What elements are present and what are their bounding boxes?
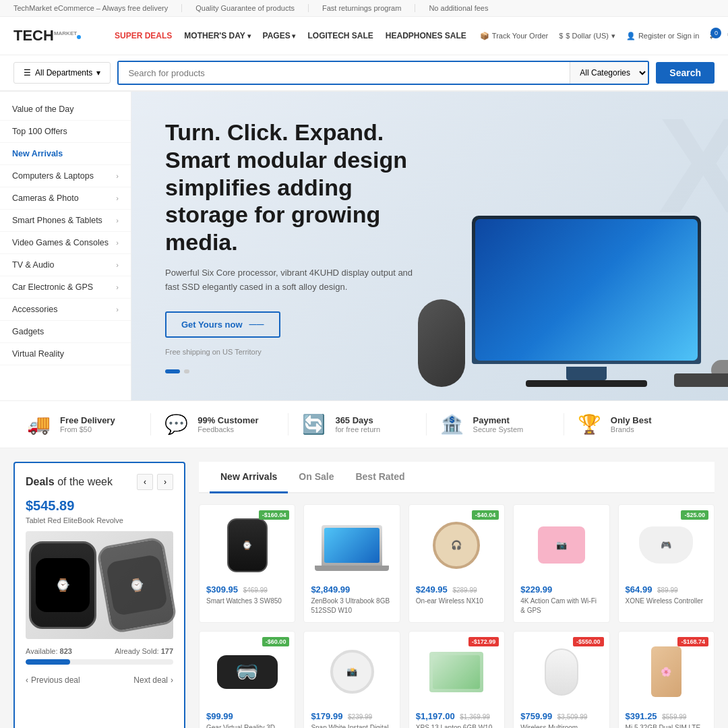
arrow-icon: ›	[116, 283, 119, 291]
sidebar-item-value[interactable]: Value of the Day	[0, 98, 131, 121]
feature-feedback-title: 99% Customer	[198, 415, 258, 425]
product-price-line: $759.99 $3,509.99	[520, 711, 602, 721]
product-old-price-4: $89.99	[657, 586, 678, 594]
topbar-item-3: No additional fees	[429, 4, 502, 12]
product-price-line: $64.99 $89.99	[626, 584, 707, 595]
sidebar-item-accessories[interactable]: Accessories ›	[0, 299, 131, 321]
sidebar-item-car[interactable]: Car Electronic & GPS ›	[0, 276, 131, 299]
arrow-icon: ›	[116, 172, 119, 180]
product-old-price-6: $239.99	[348, 713, 372, 721]
tab-new-arrivals[interactable]: New Arrivals	[210, 462, 288, 493]
deals-title-strong: Deals	[26, 476, 55, 487]
product-price-line: $2,849.99	[311, 584, 392, 595]
product-card-controller[interactable]: -$25.00 🎮 $64.99 $89.99 XONE Wireless Co…	[618, 504, 715, 623]
auth-link[interactable]: 👤 Register or Sign in	[626, 32, 700, 40]
departments-button[interactable]: ☰ All Departments ▾	[13, 62, 111, 84]
product-price-2: $249.95	[416, 584, 448, 595]
sidebar-item-computers[interactable]: Computers & Laptops ›	[0, 165, 131, 187]
sidebar-item-vr[interactable]: Virtual Reality	[0, 343, 131, 365]
next-icon: ›	[171, 675, 173, 685]
user-icon: 👤	[626, 32, 636, 40]
search-button[interactable]: Search	[656, 62, 715, 84]
deals-nav: ‹ ›	[137, 474, 173, 490]
laptop-img-shape	[322, 525, 382, 566]
sold-label: Already Sold: 177	[115, 647, 173, 655]
feedback-icon: 💬	[164, 413, 188, 435]
feature-return-title: 365 Days	[335, 415, 380, 425]
main-nav: SUPER DEALS MOTHER'S DAY PAGES LOGITECH …	[115, 31, 466, 40]
product-card-camera2[interactable]: 📸 $179.99 $239.99 Snap White Instant Dig…	[303, 631, 400, 728]
product-price-line: $391.25 $559.99	[626, 711, 707, 721]
hero-cta-button[interactable]: Get Yours now	[165, 311, 280, 338]
sidebar-item-gadgets[interactable]: Gadgets	[0, 321, 131, 343]
product-card-phone[interactable]: -$168.74 🌸 $391.25 $559.99 Mi 5 32GB Dua…	[618, 631, 715, 728]
product-card-headphones[interactable]: -$40.04 🎧 $249.95 $289.99 On-ear Wireles…	[408, 504, 505, 623]
search-input[interactable]	[119, 62, 570, 84]
feature-return-text: 365 Days for free return	[335, 415, 380, 433]
feature-feedback-sub: Feedbacks	[198, 425, 258, 433]
product-card-camera[interactable]: 📷 $229.99 4K Action Cam with Wi-Fi & GPS	[513, 504, 609, 623]
product-card-speaker[interactable]: -$550.00 $759.99 $3,509.99 Wireless Mult…	[513, 631, 609, 728]
phone-img-shape: 🌸	[651, 646, 681, 697]
sidebar-item-new-arrivals[interactable]: New Arrivals	[0, 143, 131, 165]
track-order-link[interactable]: 📦 Track Your Order	[480, 32, 548, 40]
product-img-speaker	[520, 638, 602, 706]
topbar-item-0: TechMarket eCommerce – Always free deliv…	[13, 4, 182, 12]
sidebar-item-tv[interactable]: TV & Audio ›	[0, 254, 131, 276]
arrow-icon: ›	[116, 216, 119, 224]
track-icon: 📦	[480, 32, 489, 40]
sidebar-item-top100[interactable]: Top 100 Offers	[0, 121, 131, 143]
tab-best-rated[interactable]: Best Rated	[344, 462, 415, 493]
product-card-vr[interactable]: -$60.00 🥽 $99.99 Gear Virtual Reality 3D…	[199, 631, 295, 728]
sidebar-label-accessories: Accessories	[12, 305, 57, 314]
deals-next-arrow[interactable]: ›	[157, 474, 173, 490]
hero-section: Value of the Day Top 100 Offers New Arri…	[0, 92, 728, 400]
product-card-laptop[interactable]: $2,849.99 ZenBook 3 Ultrabook 8GB 512SSD…	[303, 504, 400, 623]
nav-pages[interactable]: PAGES	[263, 31, 296, 40]
feature-brands-text: Only Best Brands	[611, 415, 652, 433]
watch-face-2: ⌚	[105, 553, 168, 616]
deal-next-button[interactable]: Next deal ›	[133, 675, 173, 685]
product-badge-7: -$172.99	[468, 637, 499, 646]
product-price-9: $391.25	[626, 711, 657, 721]
product-name-1: ZenBook 3 Ultrabook 8GB 512SSD W10	[311, 597, 392, 615]
compare-btn[interactable]: ⇄ 0	[710, 32, 716, 40]
sidebar-label-games: Video Games & Consoles	[12, 238, 109, 247]
nav-logitech[interactable]: LOGITECH SALE	[307, 31, 373, 40]
product-card-xps[interactable]: -$172.99 $1,197.00 $1,369.99 XPS 13 Lapt…	[408, 631, 505, 728]
dot-inactive[interactable]	[184, 369, 189, 373]
nav-mothers-day[interactable]: MOTHER'S DAY	[184, 31, 250, 40]
sidebar-item-phones[interactable]: Smart Phones & Tablets ›	[0, 210, 131, 232]
header: TECHMARKET SUPER DEALS MOTHER'S DAY PAGE…	[0, 17, 728, 55]
nav-super-deals[interactable]: SUPER DEALS	[115, 31, 172, 40]
departments-label: All Departments	[35, 68, 92, 78]
vr-img-shape: 🥽	[217, 655, 278, 689]
prev-icon: ‹	[26, 675, 28, 685]
deal-prev-button[interactable]: ‹ Previous deal	[26, 675, 80, 685]
product-old-price-0: $469.99	[243, 586, 268, 594]
tabs-header: New Arrivals On Sale Best Rated	[199, 462, 715, 493]
hero-desc: Powerful Six Core processor, vibrant 4KU…	[165, 266, 421, 295]
feature-delivery-title: Free Delivery	[60, 415, 115, 425]
currency-selector[interactable]: $ $ Dollar (US) ▾	[559, 32, 615, 40]
category-select[interactable]: All Categories	[570, 62, 648, 84]
available-label: Available: 823	[26, 647, 72, 655]
watch-img-shape: ⌚	[227, 518, 268, 572]
feature-return: 🔄 365 Days for free return	[289, 413, 426, 435]
product-badge-2: -$40.04	[472, 510, 499, 520]
product-img-watch: ⌚	[206, 512, 288, 579]
deals-prev-arrow[interactable]: ‹	[137, 474, 153, 490]
top-bar-items: TechMarket eCommerce – Always free deliv…	[13, 4, 502, 12]
tab-on-sale[interactable]: On Sale	[288, 462, 344, 493]
dot-active[interactable]	[165, 369, 180, 373]
product-card-watch[interactable]: -$160.04 ⌚ $309.95 $469.99 Smart Watches…	[199, 504, 295, 623]
feature-return-sub: for free return	[335, 425, 380, 433]
product-name-5: Gear Virtual Reality 3D with Bluetooth G…	[206, 723, 288, 728]
feature-brands-title: Only Best	[611, 415, 652, 425]
sidebar-item-games[interactable]: Video Games & Consoles ›	[0, 232, 131, 254]
nav-headphones[interactable]: HEADPHONES SALE	[386, 31, 466, 40]
sidebar-item-cameras[interactable]: Cameras & Photo ›	[0, 187, 131, 210]
product-price-8: $759.99	[520, 711, 552, 721]
product-img-headphone: 🎧	[416, 512, 497, 579]
sidebar-label-tv: TV & Audio	[12, 260, 55, 270]
